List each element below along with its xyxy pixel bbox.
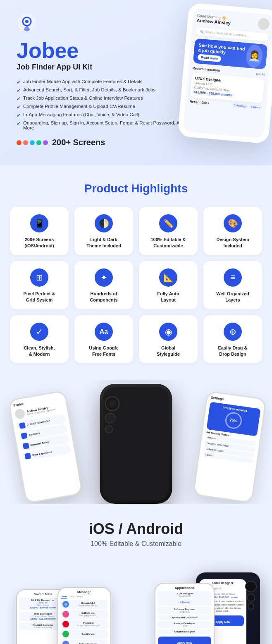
- android-phone-applications: Applications UI UX Designer Google LLC I…: [155, 583, 215, 644]
- spotify-avatar: [62, 631, 69, 637]
- showcase-phone-center: [100, 384, 172, 504]
- google-avatar: G: [62, 601, 69, 608]
- phones-showcase: Profile Andrew Ainsley UI/UX Designer at…: [0, 380, 272, 504]
- figma-dot-orange: [23, 140, 28, 145]
- camera-lens-2: [105, 413, 116, 424]
- highlight-card-design: 🎨 Design SystemIncluded: [203, 207, 262, 255]
- apply-button[interactable]: Apply Now: [158, 637, 211, 644]
- figma-dot-green: [36, 140, 41, 145]
- applications-title: Applications: [158, 586, 211, 590]
- phone-banner-cta[interactable]: Read more: [198, 54, 222, 62]
- camera-module: [105, 396, 120, 433]
- brand-logo: [17, 12, 37, 33]
- profile-avatar: [14, 408, 26, 420]
- figma-logo: [17, 140, 48, 145]
- ios-title: iOS / Android: [10, 520, 262, 538]
- highlights-section: Product Highlights 📱 200+ Screens(iOS/An…: [0, 165, 272, 380]
- theme-icon: 🌓: [95, 214, 113, 232]
- screens-label: 200+ Screens(iOS/Android): [15, 237, 64, 249]
- highlight-card-screens: 📱 200+ Screens(iOS/Android): [10, 207, 69, 255]
- work-icon: [24, 453, 31, 460]
- app-item-graphic[interactable]: Graphic Designer: [158, 629, 211, 634]
- highlight-card-editable: ✏️ 100% Editable &Customizable: [139, 207, 198, 255]
- drag-label: Easily Drag &Drop Design: [208, 345, 257, 358]
- check-icon: ✔: [17, 104, 21, 110]
- highlight-card-pixel: ⊞ Pixel Perfect &Grid System: [10, 261, 69, 309]
- phone-banner: See how you can find a job quickly Read …: [193, 38, 268, 69]
- chat-item-dribble[interactable]: Dribble Inc. I am going to do it...: [61, 610, 108, 619]
- screens-count: 200+ Screens: [52, 138, 105, 147]
- screens-icon: 📱: [30, 214, 48, 232]
- editable-icon: ✏️: [159, 214, 177, 232]
- fonts-label: Using GoogleFree Fonts: [79, 345, 128, 358]
- figma-dot-blue: [30, 140, 35, 145]
- chat-item-stripe[interactable]: Stripe Company: [61, 639, 108, 644]
- showcase-phone-right: Settings Profile Completed 75% Job Seeki…: [193, 390, 267, 503]
- highlight-card-theme: 🌓 Light & DarkTheme Included: [74, 207, 133, 255]
- pixel-icon: ⊞: [30, 268, 48, 287]
- ios-subtitle: 100% Editable & Customizable: [10, 540, 262, 548]
- summary-icon: [21, 433, 27, 439]
- check-icon: ✔: [17, 96, 21, 102]
- contact-icon: [19, 422, 26, 429]
- pixel-label: Pixel Perfect &Grid System: [15, 291, 64, 304]
- highlights-title: Product Highlights: [10, 182, 262, 195]
- hero-section: Jobee Job Finder App UI Kit ✔Job Finder …: [0, 0, 272, 165]
- dribble-avatar: [62, 611, 69, 618]
- salary-icon: [23, 443, 29, 449]
- stripe-avatar: [62, 641, 69, 644]
- highlight-card-styleguide: ◉ GlobalStyleguide: [139, 315, 198, 364]
- profile-complete-card: Profile Completed 75%: [206, 402, 260, 436]
- android-phone-messages: Message Chats Calls Gallery G Google LLC…: [57, 587, 111, 644]
- highlight-card-components: ✦ Hundreds ofComponents: [74, 261, 133, 309]
- samsung-lens-3: [248, 603, 254, 610]
- app-item-software[interactable]: Software Engineer Google LLC: [158, 607, 211, 614]
- components-label: Hundreds ofComponents: [79, 291, 128, 304]
- camera-lens-main: [105, 396, 120, 411]
- drag-icon: ⊕: [224, 323, 242, 341]
- check-icon: ✔: [17, 79, 21, 85]
- theme-label: Light & DarkTheme Included: [79, 237, 128, 249]
- design-label: Design SystemIncluded: [208, 237, 257, 249]
- android-phones-row: Saved Jobs UI & UX Researcher Dribble In…: [10, 560, 262, 644]
- app-item-appdeveloper[interactable]: Application Developer: [158, 615, 211, 620]
- messages-title: Message: [61, 590, 108, 594]
- check-icon: ✔: [17, 88, 21, 93]
- check-icon: ✔: [17, 113, 21, 118]
- samsung-lens-2: [247, 594, 255, 602]
- highlight-card-fonts: Aa Using GoogleFree Fonts: [74, 315, 133, 364]
- phone-avatar: [258, 18, 270, 30]
- ios-android-section: iOS / Android 100% Editable & Customizab…: [0, 504, 272, 644]
- progress-ring: 75%: [224, 411, 243, 430]
- showcase-phone-left: Profile Andrew Ainsley UI/UX Designer at…: [8, 390, 83, 504]
- samsung-camera-module: [245, 581, 257, 610]
- layers-icon: ≡: [224, 268, 242, 287]
- figma-dot-purple: [43, 140, 48, 145]
- fonts-icon: Aa: [95, 323, 113, 341]
- pinterest-avatar: [62, 621, 69, 627]
- highlight-card-layout: 📐 Fully AutoLayout: [139, 261, 198, 309]
- clean-label: Clean, Stylish,& Modern: [15, 345, 64, 358]
- chat-item-google[interactable]: G Google LLC I will definitely see yo...: [61, 600, 108, 609]
- chat-item-pinterest[interactable]: Pinterest Do you need to back up?: [61, 620, 108, 629]
- highlight-card-layers: ≡ Well OrganizedLayers: [203, 261, 262, 309]
- highlights-grid: 📱 200+ Screens(iOS/Android) 🌓 Light & Da…: [10, 207, 262, 363]
- app-item-uiux[interactable]: UI UX Designer Google LLC In Review: [158, 591, 211, 606]
- check-icon: ✔: [17, 121, 21, 127]
- camera-lens-3: [105, 425, 113, 433]
- highlight-card-drag: ⊕ Easily Drag &Drop Design: [203, 315, 262, 364]
- clean-icon: ✓: [30, 323, 48, 341]
- samsung-lens-1: [245, 581, 257, 592]
- chat-item-spotify[interactable]: Spotify Inc.: [61, 630, 108, 639]
- message-tabs: Chats Calls Gallery: [61, 595, 108, 599]
- hero-phone-mockup: Good Morning 👋 Andrew Ainsley 🔍 Search f…: [177, 2, 272, 144]
- components-icon: ✦: [95, 268, 113, 287]
- layers-label: Well OrganizedLayers: [208, 291, 257, 304]
- figma-dot-red: [17, 140, 21, 145]
- phone-banner-image: 👩‍💼: [246, 44, 263, 68]
- tag-filters: Technology Finance: [231, 103, 262, 110]
- layout-icon: 📐: [159, 268, 177, 287]
- app-item-node[interactable]: Node.js Developer Twitter: [158, 621, 211, 628]
- styleguide-icon: ◉: [159, 323, 177, 341]
- layout-label: Fully AutoLayout: [144, 291, 193, 304]
